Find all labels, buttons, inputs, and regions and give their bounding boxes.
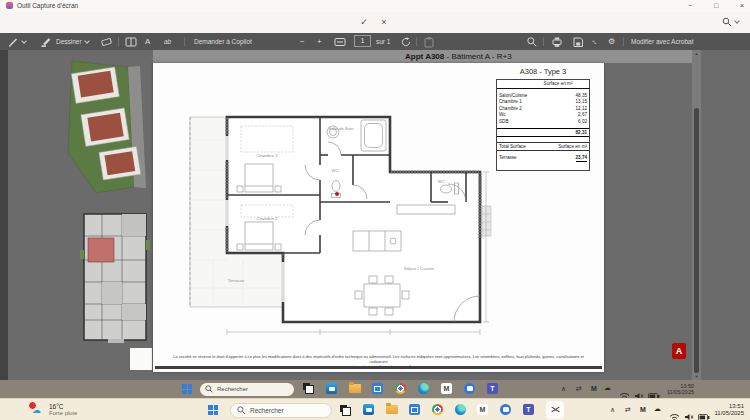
start-button[interactable] bbox=[182, 384, 192, 394]
onedrive-icon[interactable]: ☁ bbox=[604, 384, 611, 392]
folder-icon bbox=[386, 405, 398, 414]
outlook-icon bbox=[363, 404, 374, 415]
eraser-tool-button[interactable] bbox=[100, 33, 113, 50]
clipboard-button[interactable] bbox=[423, 33, 435, 50]
zoom-out-button[interactable]: − bbox=[300, 33, 305, 50]
onedrive-icon[interactable]: ☁ bbox=[654, 405, 661, 413]
scrollbar-thumb[interactable] bbox=[694, 108, 699, 373]
tray-m-icon[interactable]: M bbox=[591, 385, 597, 392]
tray-chevron-icon[interactable]: ∧ bbox=[610, 406, 615, 414]
search-box[interactable]: Rechercher bbox=[200, 383, 294, 396]
clock[interactable]: 13:50 11/05/2025 bbox=[660, 383, 694, 396]
add-text-button[interactable]: A bbox=[145, 33, 150, 50]
m-app-button[interactable]: M bbox=[477, 404, 488, 415]
date: 11/05/2025 bbox=[708, 410, 744, 417]
pen-icon bbox=[7, 36, 19, 48]
highlighter-tool-button[interactable] bbox=[40, 33, 52, 50]
search-icon bbox=[237, 406, 246, 415]
building-info: - Bâtiment A - R+3 bbox=[444, 52, 511, 61]
print-button[interactable] bbox=[551, 33, 563, 50]
outlook-button[interactable] bbox=[326, 383, 337, 394]
close-button[interactable]: × bbox=[734, 0, 750, 12]
fit-width-icon bbox=[334, 36, 346, 48]
plan-title: A308 - Type 3 bbox=[483, 67, 603, 76]
file-explorer-button[interactable] bbox=[386, 405, 398, 414]
floor-plan: Chambre 1 Chambre 2 Salle de Bain WC WC … bbox=[183, 110, 492, 340]
chrome-button[interactable] bbox=[432, 404, 443, 415]
draw-menu-button[interactable]: Dessiner bbox=[56, 33, 89, 50]
chat-button[interactable] bbox=[500, 404, 511, 415]
teams-button[interactable]: T bbox=[487, 383, 498, 394]
rotate-button[interactable] bbox=[400, 33, 412, 50]
outlook-icon bbox=[326, 383, 337, 394]
acrobat-icon[interactable]: A bbox=[672, 343, 686, 359]
scrollbar-track[interactable]: ▲ ▼ bbox=[692, 50, 701, 380]
pen-tool-button[interactable] bbox=[7, 33, 26, 50]
page-thumbnail-site-render[interactable] bbox=[60, 57, 152, 195]
teams-button[interactable]: T bbox=[523, 404, 534, 415]
edge-icon bbox=[418, 383, 429, 394]
chrome-icon bbox=[432, 404, 443, 415]
minimize-button[interactable]: − bbox=[682, 0, 698, 12]
search-box[interactable]: Rechercher bbox=[230, 403, 332, 418]
confirm-button[interactable]: ✓ bbox=[356, 14, 372, 30]
tray-arrows-icon[interactable]: ⇄ bbox=[576, 385, 582, 393]
fit-width-button[interactable] bbox=[334, 33, 346, 50]
tray-arrows-icon[interactable]: ⇄ bbox=[625, 406, 631, 414]
task-view-button[interactable] bbox=[303, 383, 314, 394]
tray-m-icon[interactable]: M bbox=[640, 406, 646, 413]
read-aloud-button[interactable]: ab bbox=[164, 33, 171, 50]
snipping-tool-button[interactable] bbox=[546, 401, 564, 419]
edge-button[interactable] bbox=[455, 404, 466, 415]
chrome-button[interactable] bbox=[395, 383, 406, 394]
m-app-icon: M bbox=[441, 383, 452, 394]
start-button[interactable] bbox=[208, 405, 218, 415]
search-icon bbox=[205, 385, 213, 393]
pdf-toolbar: Dessiner A ab Demander à Copilot − + 1 s… bbox=[0, 33, 750, 50]
draw-label: Dessiner bbox=[56, 38, 82, 45]
search-button[interactable] bbox=[526, 33, 538, 50]
page-thumbnail-building-plan[interactable] bbox=[78, 210, 152, 345]
store-button[interactable] bbox=[409, 404, 420, 415]
highlighter-icon bbox=[40, 36, 52, 48]
teams-icon: T bbox=[487, 383, 498, 394]
copilot-button[interactable]: Demander à Copilot bbox=[194, 33, 252, 50]
task-view-button[interactable] bbox=[340, 405, 351, 416]
save-icon bbox=[572, 36, 584, 48]
store-button[interactable] bbox=[372, 383, 383, 394]
table-total-row: 82,31 bbox=[497, 128, 589, 137]
zoom-in-button[interactable]: + bbox=[317, 33, 322, 50]
snipping-tool-titlebar: Outil Capture d'écran − □ × bbox=[0, 0, 750, 12]
wifi-icon[interactable] bbox=[669, 407, 680, 420]
weather-temp: 16°C bbox=[49, 403, 77, 410]
scroll-up-arrow[interactable]: ▲ bbox=[692, 50, 701, 57]
volume-icon[interactable] bbox=[684, 407, 694, 420]
edit-with-acrobat-button[interactable]: Modifier avec Acrobat bbox=[631, 33, 694, 50]
maximize-button[interactable]: □ bbox=[708, 0, 724, 12]
chat-icon bbox=[464, 383, 475, 394]
clock[interactable]: 13:51 11/05/2025 bbox=[708, 403, 744, 417]
file-explorer-button[interactable] bbox=[349, 384, 361, 393]
discard-button[interactable]: × bbox=[376, 14, 392, 30]
outlook-button[interactable] bbox=[363, 404, 374, 415]
zoom-tool-button[interactable] bbox=[722, 17, 739, 27]
print-icon bbox=[551, 36, 563, 48]
m-app-button[interactable]: M bbox=[441, 383, 452, 394]
chat-icon bbox=[500, 404, 511, 415]
expand-button[interactable]: ↔ bbox=[586, 33, 604, 51]
chat-button[interactable] bbox=[464, 383, 475, 394]
tray-chevron-icon[interactable]: ∧ bbox=[561, 385, 566, 393]
page-view-button[interactable] bbox=[125, 33, 137, 50]
settings-button[interactable]: ⚙ bbox=[608, 33, 615, 50]
plan-bottom-border bbox=[155, 366, 602, 369]
chrome-icon bbox=[395, 383, 406, 394]
save-button[interactable] bbox=[572, 33, 584, 50]
taskbar: ☁ 16°C Forte pluie Rechercher M T ∧ ⇄ M bbox=[0, 398, 750, 420]
pdf-content-area: Appt A308 - Bâtiment A - R+3 A308 - Type… bbox=[0, 50, 750, 380]
scroll-down-arrow[interactable]: ▼ bbox=[692, 373, 701, 380]
eraser-icon bbox=[100, 36, 113, 48]
page-number: 1 bbox=[354, 35, 371, 47]
weather-widget[interactable]: ☁ 16°C Forte pluie bbox=[30, 402, 77, 417]
page-number-input[interactable]: 1 bbox=[354, 36, 371, 46]
edge-button[interactable] bbox=[418, 383, 429, 394]
